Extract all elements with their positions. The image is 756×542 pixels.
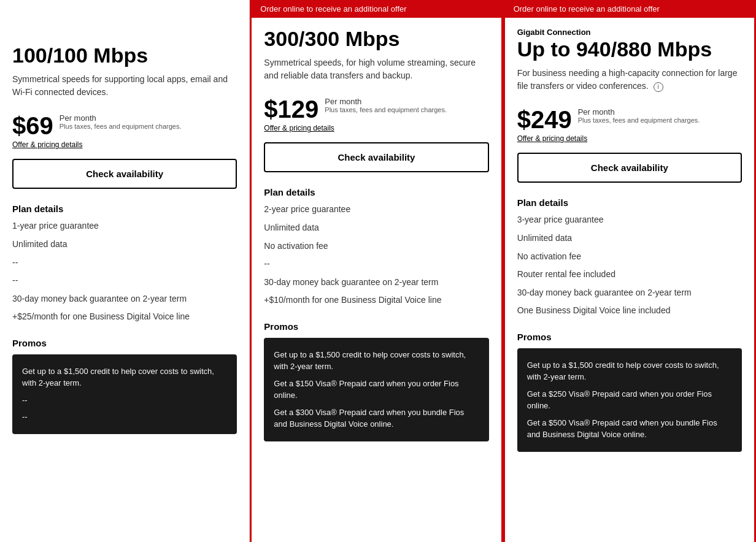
per-month: Per month: [60, 113, 182, 123]
plan-card-plan-gigabit: Order online to receive an additional of…: [503, 0, 756, 542]
plan-speed: Up to 940/880 Mbps: [517, 38, 742, 61]
price-row: $129 Per month Plus taxes, fees and equi…: [264, 97, 488, 121]
plus-taxes: Plus taxes, fees and equipment charges.: [578, 116, 700, 124]
plan-feature-4: 30-day money back guarantee on 2-year te…: [264, 277, 488, 289]
plan-feature-2: No activation fee: [517, 251, 742, 263]
price-amount: $249: [517, 107, 572, 132]
banner-spacer: [0, 15, 249, 34]
plans-container: 100/100 MbpsSymmetrical speeds for suppo…: [0, 0, 756, 542]
plan-details-label: Plan details: [12, 204, 237, 214]
plan-speed: 100/100 Mbps: [12, 44, 237, 67]
plan-description: For business needing a high-capacity con…: [517, 67, 742, 96]
price-amount: $129: [264, 97, 318, 121]
plan-details-label: Plan details: [264, 187, 488, 197]
offer-pricing-link[interactable]: Offer & pricing details: [517, 134, 742, 143]
price-details: Per month Plus taxes, fees and equipment…: [578, 107, 700, 126]
order-banner: Order online to receive an additional of…: [252, 0, 501, 18]
promo-item-1: Get a $250 Visa® Prepaid card when you o…: [527, 388, 732, 412]
plan-details-label: Plan details: [517, 197, 742, 208]
promo-box: Get up to a $1,500 credit to help cover …: [517, 348, 742, 452]
promo-item-2: Get a $500 Visa® Prepaid card when you b…: [527, 417, 732, 441]
plan-card-plan-100: 100/100 MbpsSymmetrical speeds for suppo…: [0, 0, 250, 542]
plan-feature-0: 2-year price guarantee: [264, 204, 488, 216]
plan-feature-5: +$10/month for one Business Digital Voic…: [264, 294, 488, 307]
plan-feature-3: --: [12, 275, 237, 287]
plan-eyebrow: Gigabit Connection: [517, 28, 742, 37]
promo-box: Get up to a $1,500 credit to help cover …: [264, 338, 488, 441]
plan-feature-2: --: [12, 257, 237, 269]
plan-speed: 300/300 Mbps: [264, 28, 488, 50]
check-availability-button[interactable]: Check availability: [517, 153, 742, 183]
promos-label: Promos: [517, 332, 742, 342]
price-amount: $69: [12, 113, 53, 138]
promo-item-1: --: [22, 394, 227, 406]
promos-label: Promos: [264, 321, 488, 332]
plan-feature-4: 30-day money back guarantee on 2-year te…: [517, 287, 742, 299]
order-banner: Order online to receive an additional of…: [505, 0, 754, 18]
plan-description: Symmetrical speeds for supporting local …: [12, 73, 237, 102]
promo-item-1: Get a $150 Visa® Prepaid card when you o…: [274, 378, 479, 402]
plan-feature-4: 30-day money back guarantee on 2-year te…: [12, 293, 237, 305]
promo-item-0: Get up to a $1,500 credit to help cover …: [527, 359, 732, 383]
plan-feature-5: One Business Digital Voice line included: [517, 305, 742, 317]
promo-item-0: Get up to a $1,500 credit to help cover …: [274, 349, 479, 373]
plan-feature-0: 3-year price guarantee: [517, 214, 742, 226]
info-icon[interactable]: i: [654, 82, 663, 92]
plan-card-plan-300: Order online to receive an additional of…: [250, 0, 503, 542]
per-month: Per month: [325, 97, 447, 106]
plan-feature-3: --: [264, 258, 488, 270]
check-availability-button[interactable]: Check availability: [264, 142, 488, 172]
offer-pricing-link[interactable]: Offer & pricing details: [264, 124, 488, 132]
promo-box: Get up to a $1,500 credit to help cover …: [12, 354, 237, 434]
check-availability-button[interactable]: Check availability: [12, 159, 237, 189]
offer-pricing-link[interactable]: Offer & pricing details: [12, 140, 237, 149]
plan-feature-3: Router rental fee included: [517, 269, 742, 281]
plan-feature-2: No activation fee: [264, 240, 488, 253]
price-row: $69 Per month Plus taxes, fees and equip…: [12, 113, 237, 138]
plus-taxes: Plus taxes, fees and equipment charges.: [60, 123, 182, 130]
per-month: Per month: [578, 107, 700, 116]
plan-description: Symmetrical speeds, for high volume stre…: [264, 56, 488, 86]
plus-taxes: Plus taxes, fees and equipment charges.: [325, 106, 447, 113]
promo-item-0: Get up to a $1,500 credit to help cover …: [22, 365, 227, 389]
promo-item-2: Get a $300 Visa® Prepaid card when you b…: [274, 406, 479, 430]
plan-feature-1: Unlimited data: [12, 239, 237, 251]
plan-feature-1: Unlimited data: [517, 232, 742, 245]
plan-feature-0: 1-year price guarantee: [12, 220, 237, 232]
price-row: $249 Per month Plus taxes, fees and equi…: [517, 107, 742, 132]
price-details: Per month Plus taxes, fees and equipment…: [325, 97, 447, 116]
price-details: Per month Plus taxes, fees and equipment…: [60, 113, 182, 132]
promos-label: Promos: [12, 338, 237, 348]
promo-item-2: --: [22, 411, 227, 423]
plan-feature-1: Unlimited data: [264, 222, 488, 234]
plan-feature-5: +$25/month for one Business Digital Voic…: [12, 311, 237, 323]
